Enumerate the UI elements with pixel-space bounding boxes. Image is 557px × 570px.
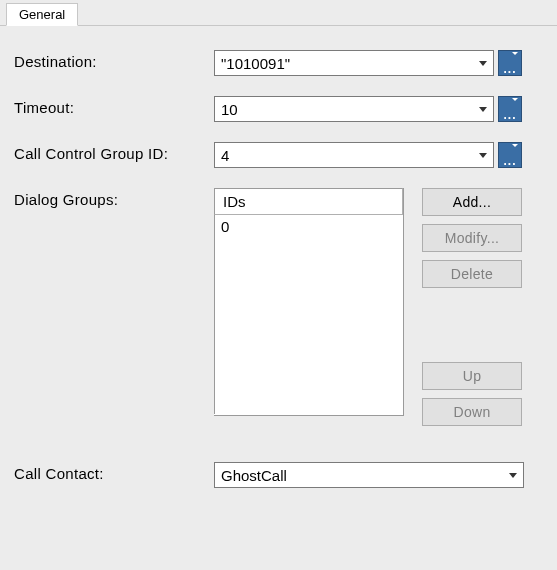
dialog-groups-list[interactable]: IDs 0 bbox=[214, 188, 404, 416]
ccgid-dropdown-arrow[interactable] bbox=[473, 143, 493, 167]
chevron-down-icon bbox=[512, 52, 518, 55]
tab-general[interactable]: General bbox=[6, 3, 78, 26]
up-button[interactable]: Up bbox=[422, 362, 522, 390]
destination-combo[interactable] bbox=[214, 50, 494, 76]
label-timeout: Timeout: bbox=[14, 96, 214, 116]
dialog-groups-body: 0 bbox=[214, 215, 403, 414]
delete-button[interactable]: Delete bbox=[422, 260, 522, 288]
chevron-down-icon bbox=[479, 153, 487, 158]
dialog-groups-header: IDs bbox=[214, 188, 403, 215]
ccgid-combo[interactable] bbox=[214, 142, 494, 168]
timeout-combo[interactable] bbox=[214, 96, 494, 122]
add-button[interactable]: Add... bbox=[422, 188, 522, 216]
chevron-down-icon bbox=[479, 61, 487, 66]
timeout-dropdown-arrow[interactable] bbox=[473, 97, 493, 121]
label-ccgid: Call Control Group ID: bbox=[14, 142, 214, 162]
ellipsis-icon: ... bbox=[503, 66, 516, 72]
list-item[interactable]: 0 bbox=[221, 218, 397, 235]
chevron-down-icon bbox=[509, 473, 517, 478]
modify-button[interactable]: Modify... bbox=[422, 224, 522, 252]
label-call-contact: Call Contact: bbox=[14, 462, 214, 482]
timeout-browse-button[interactable]: ... bbox=[498, 96, 522, 122]
call-contact-dropdown-arrow[interactable] bbox=[503, 463, 523, 487]
chevron-down-icon bbox=[512, 98, 518, 101]
down-button[interactable]: Down bbox=[422, 398, 522, 426]
ccgid-input[interactable] bbox=[215, 143, 473, 167]
label-destination: Destination: bbox=[14, 50, 214, 70]
chevron-down-icon bbox=[479, 107, 487, 112]
call-contact-combo[interactable] bbox=[214, 462, 524, 488]
form-body: Destination: ... Timeout: ... bbox=[0, 26, 557, 518]
destination-input[interactable] bbox=[215, 51, 473, 75]
ellipsis-icon: ... bbox=[503, 158, 516, 164]
timeout-input[interactable] bbox=[215, 97, 473, 121]
chevron-down-icon bbox=[512, 144, 518, 147]
ellipsis-icon: ... bbox=[503, 112, 516, 118]
destination-dropdown-arrow[interactable] bbox=[473, 51, 493, 75]
ccgid-browse-button[interactable]: ... bbox=[498, 142, 522, 168]
label-dialog-groups: Dialog Groups: bbox=[14, 188, 214, 208]
call-contact-input[interactable] bbox=[215, 463, 503, 487]
destination-browse-button[interactable]: ... bbox=[498, 50, 522, 76]
